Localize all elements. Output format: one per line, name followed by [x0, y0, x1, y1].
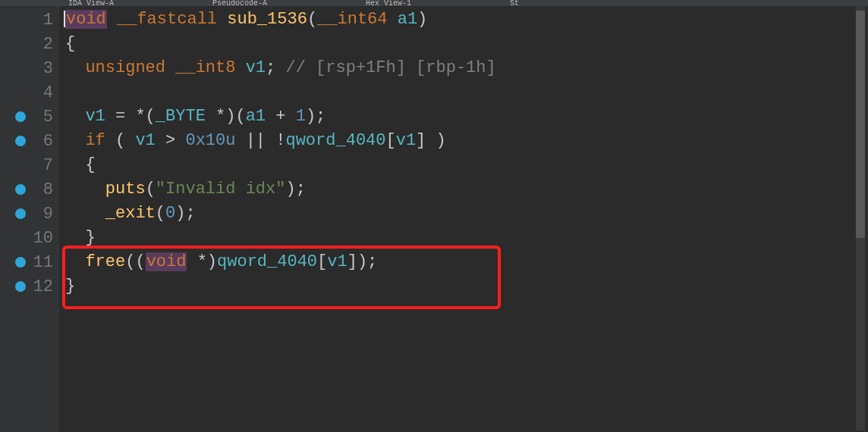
code-line[interactable]: { [59, 32, 868, 56]
code-line[interactable]: unsigned __int8 v1; // [rsp+1Fh] [rbp-1h… [59, 56, 868, 80]
line-number[interactable]: 5 [32, 108, 59, 127]
gutter: 1 2 3 4 5 6 7 8 9 10 11 12 [0, 6, 59, 432]
code-line[interactable]: free((void *)qword_4040[v1]); [59, 250, 868, 274]
function-name[interactable]: sub_1536 [227, 10, 307, 29]
code-line[interactable]: } [59, 274, 868, 299]
editor: 1 2 3 4 5 6 7 8 9 10 11 12 void __fastca… [0, 6, 868, 432]
tab-bar: IDA View-A Pseudocode-A Hex View-1 St [0, 0, 868, 6]
code-line[interactable]: { [59, 153, 868, 177]
breakpoint-icon[interactable] [15, 184, 26, 195]
code-line[interactable]: _exit(0); [59, 202, 868, 226]
code-line[interactable]: v1 = *(_BYTE *)(a1 + 1); [59, 105, 868, 129]
keyword-void: void [146, 252, 187, 271]
scrollbar-thumb[interactable] [856, 11, 865, 238]
line-number[interactable]: 7 [32, 156, 59, 175]
line-number[interactable]: 1 [32, 11, 59, 30]
line-number[interactable]: 2 [32, 35, 59, 54]
breakpoint-icon[interactable] [15, 136, 26, 146]
code-line[interactable]: } [59, 226, 868, 250]
breakpoint-icon[interactable] [15, 111, 26, 122]
tab-structures[interactable]: St [510, 0, 519, 6]
line-number[interactable]: 12 [32, 277, 59, 296]
code-line[interactable] [59, 80, 868, 105]
line-number[interactable]: 11 [32, 253, 59, 272]
breakpoint-icon[interactable] [15, 208, 26, 219]
vertical-scrollbar[interactable] [856, 6, 865, 430]
breakpoint-icon[interactable] [15, 281, 26, 292]
tab-pseudocode[interactable]: Pseudocode-A [212, 0, 267, 6]
code-line[interactable]: puts("Invalid idx"); [59, 177, 868, 202]
code-line[interactable]: void __fastcall sub_1536(__int64 a1) [59, 8, 868, 32]
line-number[interactable]: 10 [32, 229, 59, 248]
tab-hex-view[interactable]: Hex View-1 [366, 0, 411, 6]
line-number[interactable]: 6 [32, 132, 59, 151]
line-number[interactable]: 3 [32, 59, 59, 78]
code-area[interactable]: void __fastcall sub_1536(__int64 a1) { u… [59, 6, 868, 432]
line-number[interactable]: 8 [32, 180, 59, 199]
tab-ida-view[interactable]: IDA View-A [68, 0, 114, 6]
line-number[interactable]: 9 [32, 205, 59, 224]
code-line[interactable]: if ( v1 > 0x10u || !qword_4040[v1] ) [59, 129, 868, 153]
breakpoint-icon[interactable] [15, 257, 26, 268]
line-number[interactable]: 4 [32, 83, 59, 102]
string-literal: "Invalid idx" [156, 180, 286, 199]
comment: // [rsp+1Fh] [rbp-1h] [285, 58, 495, 77]
keyword-void: void [65, 10, 107, 29]
